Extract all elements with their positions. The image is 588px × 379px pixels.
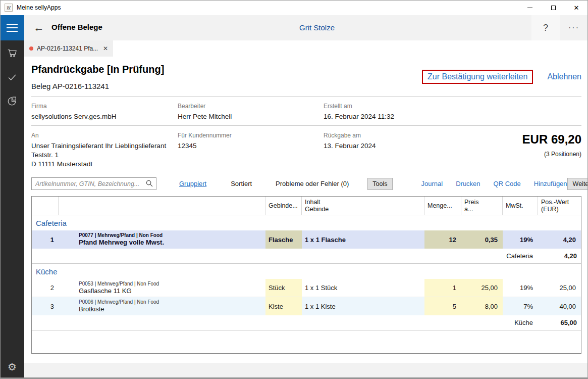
article-code: P0006 | Mehrweg/Pfand | Non Food	[79, 299, 159, 305]
inhalt-cell: 1 x 1 Kiste	[302, 297, 424, 315]
ellipsis-icon: ···	[568, 23, 579, 32]
divider	[31, 96, 581, 97]
subtotal-label: Cafeteria	[503, 249, 538, 263]
group-header-kueche: Küche	[32, 264, 581, 279]
divider	[31, 125, 581, 126]
header-inhalt-gebinde: InhaltGebinde	[302, 197, 424, 215]
article-cell: P0006 | Mehrweg/Pfand | Non Food Brotkis…	[59, 297, 265, 315]
table-row[interactable]: 1 P0077 | Mehrweg/Pfand | Non Food Pfand…	[32, 230, 581, 249]
problems-link[interactable]: Probleme oder Fehler (0)	[276, 180, 349, 187]
mwst-cell: 19%	[503, 230, 538, 249]
tab-document[interactable]: AP-0216-113241 Pfa... ✕	[24, 40, 113, 57]
hamburger-icon	[7, 24, 18, 25]
close-icon: ✕	[574, 5, 579, 11]
total-amount: EUR 69,20	[522, 132, 581, 147]
positions-table: Gebinde... InhaltGebinde Menge... Preisa…	[31, 196, 581, 354]
close-button[interactable]: ✕	[565, 0, 588, 15]
pos-wert-cell: 4,20	[538, 230, 581, 249]
search-icon	[146, 180, 153, 187]
add-link[interactable]: Hinzufügen	[534, 180, 567, 187]
app-logo-icon: w	[5, 4, 13, 12]
sorted-toggle[interactable]: Sortiert	[231, 180, 252, 187]
article-cell: P0077 | Mehrweg/Pfand | Non Food Pfand M…	[59, 230, 265, 249]
back-button[interactable]: ←	[31, 20, 46, 35]
header-gebinde: Gebinde...	[265, 197, 302, 215]
header-preis: Preisa...	[461, 197, 503, 215]
subtotal-row-cafeteria: Cafeteria 4,20	[32, 249, 581, 264]
help-button[interactable]: ?	[531, 15, 560, 40]
table-row[interactable]: 3 P0006 | Mehrweg/Pfand | Non Food Brotk…	[32, 297, 581, 315]
sidebar-item-tasks[interactable]	[0, 67, 24, 87]
tab-close-button[interactable]: ✕	[103, 45, 108, 52]
rueckgabe-am-label: Rückgabe am	[324, 132, 361, 139]
kundennummer-value: 12345	[178, 141, 197, 151]
gear-icon: ⚙	[8, 361, 17, 373]
article-name: Gasflasche 11 KG	[79, 287, 132, 295]
forward-for-confirmation-button[interactable]: Zur Bestätigung weiterleiten	[422, 70, 533, 84]
print-link[interactable]: Drucken	[456, 180, 480, 187]
row-number: 3	[32, 297, 59, 315]
check-icon	[7, 72, 18, 83]
gebinde-cell: Flasche	[265, 230, 302, 249]
inhalt-cell: 1 x 1 Stück	[302, 279, 424, 297]
header-mwst: MwSt.	[503, 197, 538, 215]
help-icon: ?	[543, 23, 548, 33]
tab-strip: AP-0216-113241 Pfa... ✕	[24, 40, 588, 57]
user-name[interactable]: Grit Stolze	[299, 23, 335, 32]
pie-chart-icon	[7, 96, 18, 107]
row-number: 1	[32, 230, 59, 249]
more-dropdown-button[interactable]: Weitere ⌄	[567, 178, 588, 190]
footer-strip	[24, 363, 588, 377]
document-number: Beleg AP-0216-113241	[31, 82, 109, 90]
article-cell: P0053 | Mehrweg/Pfand | Non Food Gasflas…	[59, 279, 265, 297]
titlebar: w Meine sellyApps ✕	[0, 0, 588, 15]
menge-cell: 12	[424, 230, 461, 249]
menge-cell: 1	[424, 279, 461, 297]
qr-code-link[interactable]: QR Code	[494, 180, 521, 187]
table-row[interactable]: 2 P0053 | Mehrweg/Pfand | Non Food Gasfl…	[32, 279, 581, 297]
document-view: Pfandrückgabe [In Prüfung] Beleg AP-0216…	[24, 57, 588, 363]
search-input[interactable]	[31, 177, 156, 190]
mwst-cell: 7%	[503, 297, 538, 315]
grouped-toggle[interactable]: Gruppiert	[179, 180, 206, 187]
sidebar-item-statistics[interactable]	[0, 91, 24, 111]
menu-button[interactable]	[0, 15, 24, 40]
document-title: Pfandrückgabe [In Prüfung]	[31, 64, 164, 75]
subtotal-row-kueche: Küche 65,00	[32, 315, 581, 330]
firma-value: sellysolutions Serv.ges.mbH	[31, 112, 117, 121]
tools-button[interactable]: Tools	[367, 178, 392, 190]
page-title: Offene Belege	[51, 23, 102, 31]
subtotal-value: 4,20	[538, 249, 581, 263]
subtotal-value: 65,00	[538, 315, 581, 330]
maximize-button[interactable]	[542, 0, 565, 15]
appbar: ← Offene Belege Grit Stolze ? ···	[24, 15, 588, 40]
article-code: P0077 | Mehrweg/Pfand | Non Food	[79, 232, 163, 239]
inhalt-cell: 1 x 1 Flasche	[302, 230, 424, 249]
minimize-icon	[527, 8, 532, 8]
kundennummer-label: Für Kundennummer	[178, 132, 232, 139]
sidebar-item-cart[interactable]	[0, 43, 24, 63]
subtotal-label: Küche	[503, 315, 538, 330]
table-header-row: Gebinde... InhaltGebinde Menge... Preisa…	[32, 197, 581, 215]
document-actions: Zur Bestätigung weiterleiten Ablehnen	[422, 70, 581, 84]
journal-link[interactable]: Journal	[421, 180, 443, 187]
positions-toolbar: Gruppiert Sortiert Probleme oder Fehler …	[31, 177, 581, 191]
menge-cell: 5	[424, 297, 461, 315]
total-positions: (3 Positionen)	[544, 151, 581, 158]
erstellt-am-label: Erstellt am	[324, 103, 352, 110]
preis-cell: 0,35	[461, 230, 503, 249]
sidebar: ⚙	[0, 15, 24, 379]
rueckgabe-am-value: 13. Februar 2024	[324, 141, 376, 151]
header-menge: Menge...	[424, 197, 461, 215]
gebinde-cell: Stück	[265, 279, 302, 297]
article-code: P0053 | Mehrweg/Pfand | Non Food	[79, 281, 159, 287]
sidebar-item-settings[interactable]: ⚙	[0, 357, 24, 377]
an-label: An	[31, 132, 39, 139]
article-name: Pfand Mehrweg volle Mwst.	[79, 239, 164, 247]
header-pos-wert: Pos.-Wert(EUR)	[538, 197, 581, 215]
reject-button[interactable]: Ablehnen	[547, 72, 581, 81]
maximize-icon	[551, 6, 556, 10]
appbar-more-button[interactable]: ···	[560, 15, 588, 40]
bearbeiter-value: Herr Pete Mitchell	[178, 112, 232, 121]
minimize-button[interactable]	[518, 0, 542, 15]
